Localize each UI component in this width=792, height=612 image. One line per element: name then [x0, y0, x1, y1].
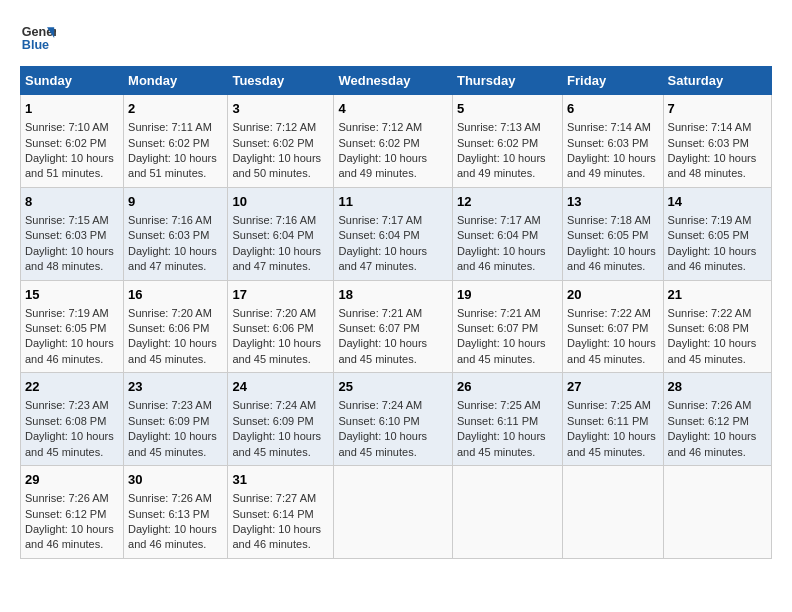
day-number: 29 [25, 471, 119, 489]
day-number: 6 [567, 100, 658, 118]
day-info: Sunrise: 7:25 AMSunset: 6:11 PMDaylight:… [457, 399, 546, 457]
day-cell: 19Sunrise: 7:21 AMSunset: 6:07 PMDayligh… [452, 280, 562, 373]
day-cell: 9Sunrise: 7:16 AMSunset: 6:03 PMDaylight… [124, 187, 228, 280]
day-info: Sunrise: 7:26 AMSunset: 6:13 PMDaylight:… [128, 492, 217, 550]
day-cell [452, 466, 562, 559]
col-header-friday: Friday [563, 67, 663, 95]
day-info: Sunrise: 7:15 AMSunset: 6:03 PMDaylight:… [25, 214, 114, 272]
day-number: 31 [232, 471, 329, 489]
day-cell: 15Sunrise: 7:19 AMSunset: 6:05 PMDayligh… [21, 280, 124, 373]
day-info: Sunrise: 7:18 AMSunset: 6:05 PMDaylight:… [567, 214, 656, 272]
day-info: Sunrise: 7:26 AMSunset: 6:12 PMDaylight:… [668, 399, 757, 457]
day-number: 1 [25, 100, 119, 118]
day-number: 21 [668, 286, 767, 304]
day-info: Sunrise: 7:26 AMSunset: 6:12 PMDaylight:… [25, 492, 114, 550]
day-number: 5 [457, 100, 558, 118]
day-info: Sunrise: 7:19 AMSunset: 6:05 PMDaylight:… [668, 214, 757, 272]
day-cell [663, 466, 771, 559]
day-cell: 23Sunrise: 7:23 AMSunset: 6:09 PMDayligh… [124, 373, 228, 466]
day-info: Sunrise: 7:22 AMSunset: 6:07 PMDaylight:… [567, 307, 656, 365]
day-cell: 26Sunrise: 7:25 AMSunset: 6:11 PMDayligh… [452, 373, 562, 466]
day-cell: 6Sunrise: 7:14 AMSunset: 6:03 PMDaylight… [563, 95, 663, 188]
day-cell: 30Sunrise: 7:26 AMSunset: 6:13 PMDayligh… [124, 466, 228, 559]
day-number: 24 [232, 378, 329, 396]
day-cell: 13Sunrise: 7:18 AMSunset: 6:05 PMDayligh… [563, 187, 663, 280]
day-info: Sunrise: 7:13 AMSunset: 6:02 PMDaylight:… [457, 121, 546, 179]
day-cell: 14Sunrise: 7:19 AMSunset: 6:05 PMDayligh… [663, 187, 771, 280]
day-cell: 2Sunrise: 7:11 AMSunset: 6:02 PMDaylight… [124, 95, 228, 188]
day-info: Sunrise: 7:25 AMSunset: 6:11 PMDaylight:… [567, 399, 656, 457]
day-number: 19 [457, 286, 558, 304]
day-info: Sunrise: 7:12 AMSunset: 6:02 PMDaylight:… [338, 121, 427, 179]
day-cell: 1Sunrise: 7:10 AMSunset: 6:02 PMDaylight… [21, 95, 124, 188]
week-row-1: 1Sunrise: 7:10 AMSunset: 6:02 PMDaylight… [21, 95, 772, 188]
week-row-5: 29Sunrise: 7:26 AMSunset: 6:12 PMDayligh… [21, 466, 772, 559]
day-cell: 24Sunrise: 7:24 AMSunset: 6:09 PMDayligh… [228, 373, 334, 466]
day-info: Sunrise: 7:24 AMSunset: 6:10 PMDaylight:… [338, 399, 427, 457]
day-cell: 31Sunrise: 7:27 AMSunset: 6:14 PMDayligh… [228, 466, 334, 559]
day-info: Sunrise: 7:16 AMSunset: 6:04 PMDaylight:… [232, 214, 321, 272]
day-number: 18 [338, 286, 448, 304]
day-info: Sunrise: 7:20 AMSunset: 6:06 PMDaylight:… [232, 307, 321, 365]
day-cell: 27Sunrise: 7:25 AMSunset: 6:11 PMDayligh… [563, 373, 663, 466]
day-number: 13 [567, 193, 658, 211]
day-cell: 16Sunrise: 7:20 AMSunset: 6:06 PMDayligh… [124, 280, 228, 373]
day-number: 10 [232, 193, 329, 211]
day-number: 30 [128, 471, 223, 489]
day-cell: 21Sunrise: 7:22 AMSunset: 6:08 PMDayligh… [663, 280, 771, 373]
day-cell: 18Sunrise: 7:21 AMSunset: 6:07 PMDayligh… [334, 280, 453, 373]
svg-text:Blue: Blue [22, 38, 49, 52]
day-cell: 11Sunrise: 7:17 AMSunset: 6:04 PMDayligh… [334, 187, 453, 280]
day-info: Sunrise: 7:27 AMSunset: 6:14 PMDaylight:… [232, 492, 321, 550]
day-info: Sunrise: 7:22 AMSunset: 6:08 PMDaylight:… [668, 307, 757, 365]
day-cell: 4Sunrise: 7:12 AMSunset: 6:02 PMDaylight… [334, 95, 453, 188]
day-info: Sunrise: 7:21 AMSunset: 6:07 PMDaylight:… [338, 307, 427, 365]
day-info: Sunrise: 7:17 AMSunset: 6:04 PMDaylight:… [457, 214, 546, 272]
col-header-wednesday: Wednesday [334, 67, 453, 95]
day-number: 9 [128, 193, 223, 211]
week-row-3: 15Sunrise: 7:19 AMSunset: 6:05 PMDayligh… [21, 280, 772, 373]
col-header-monday: Monday [124, 67, 228, 95]
day-number: 2 [128, 100, 223, 118]
day-cell: 5Sunrise: 7:13 AMSunset: 6:02 PMDaylight… [452, 95, 562, 188]
day-info: Sunrise: 7:16 AMSunset: 6:03 PMDaylight:… [128, 214, 217, 272]
day-number: 26 [457, 378, 558, 396]
day-info: Sunrise: 7:23 AMSunset: 6:09 PMDaylight:… [128, 399, 217, 457]
day-cell: 20Sunrise: 7:22 AMSunset: 6:07 PMDayligh… [563, 280, 663, 373]
day-cell [334, 466, 453, 559]
col-header-thursday: Thursday [452, 67, 562, 95]
day-cell: 28Sunrise: 7:26 AMSunset: 6:12 PMDayligh… [663, 373, 771, 466]
day-number: 16 [128, 286, 223, 304]
day-cell: 17Sunrise: 7:20 AMSunset: 6:06 PMDayligh… [228, 280, 334, 373]
week-row-2: 8Sunrise: 7:15 AMSunset: 6:03 PMDaylight… [21, 187, 772, 280]
col-header-sunday: Sunday [21, 67, 124, 95]
col-header-tuesday: Tuesday [228, 67, 334, 95]
week-row-4: 22Sunrise: 7:23 AMSunset: 6:08 PMDayligh… [21, 373, 772, 466]
day-info: Sunrise: 7:10 AMSunset: 6:02 PMDaylight:… [25, 121, 114, 179]
day-cell: 25Sunrise: 7:24 AMSunset: 6:10 PMDayligh… [334, 373, 453, 466]
day-cell: 3Sunrise: 7:12 AMSunset: 6:02 PMDaylight… [228, 95, 334, 188]
day-info: Sunrise: 7:14 AMSunset: 6:03 PMDaylight:… [668, 121, 757, 179]
day-cell: 29Sunrise: 7:26 AMSunset: 6:12 PMDayligh… [21, 466, 124, 559]
logo-icon: General Blue [20, 20, 56, 56]
day-number: 23 [128, 378, 223, 396]
day-info: Sunrise: 7:20 AMSunset: 6:06 PMDaylight:… [128, 307, 217, 365]
day-cell: 12Sunrise: 7:17 AMSunset: 6:04 PMDayligh… [452, 187, 562, 280]
day-number: 20 [567, 286, 658, 304]
header-row: SundayMondayTuesdayWednesdayThursdayFrid… [21, 67, 772, 95]
day-number: 15 [25, 286, 119, 304]
col-header-saturday: Saturday [663, 67, 771, 95]
day-number: 27 [567, 378, 658, 396]
calendar-table: SundayMondayTuesdayWednesdayThursdayFrid… [20, 66, 772, 559]
day-number: 11 [338, 193, 448, 211]
day-info: Sunrise: 7:14 AMSunset: 6:03 PMDaylight:… [567, 121, 656, 179]
day-number: 7 [668, 100, 767, 118]
day-number: 14 [668, 193, 767, 211]
day-info: Sunrise: 7:24 AMSunset: 6:09 PMDaylight:… [232, 399, 321, 457]
day-number: 3 [232, 100, 329, 118]
day-number: 25 [338, 378, 448, 396]
day-info: Sunrise: 7:21 AMSunset: 6:07 PMDaylight:… [457, 307, 546, 365]
day-number: 17 [232, 286, 329, 304]
header: General Blue [20, 20, 772, 56]
day-number: 22 [25, 378, 119, 396]
